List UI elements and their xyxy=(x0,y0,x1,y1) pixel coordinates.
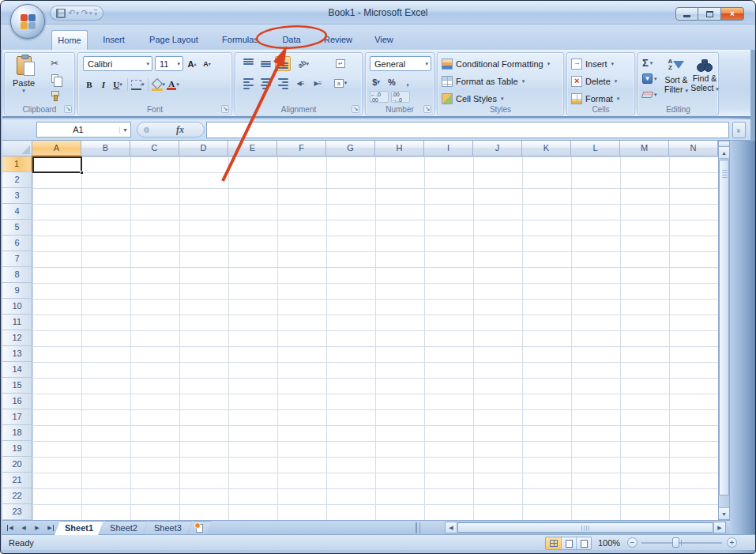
copy-button[interactable] xyxy=(43,72,66,85)
row-header-5[interactable]: 5 xyxy=(2,220,32,236)
font-dialog-launcher[interactable]: ↘ xyxy=(221,105,229,113)
accounting-format-button[interactable]: $▾ xyxy=(370,77,382,87)
scroll-down-button[interactable]: ▼ xyxy=(719,507,729,519)
page-break-view-button[interactable] xyxy=(576,537,591,549)
expand-formula-bar-button[interactable]: » xyxy=(732,122,746,138)
name-box[interactable]: A1 ▼ xyxy=(36,122,131,138)
formula-input[interactable] xyxy=(206,122,729,138)
find-select-button[interactable]: Find & Select ▾ xyxy=(690,56,719,94)
tab-split-handle[interactable] xyxy=(416,522,420,533)
italic-button[interactable]: I xyxy=(97,77,110,92)
increase-decimal-button[interactable]: ←.0 .00 xyxy=(370,91,389,103)
previous-sheet-button[interactable]: ◀ xyxy=(17,522,30,533)
number-format-select[interactable]: General▾ xyxy=(370,56,431,71)
zoom-in-button[interactable]: + xyxy=(727,537,737,548)
orientation-button[interactable]: ab▾ xyxy=(292,56,314,71)
tab-view[interactable]: View xyxy=(368,30,400,50)
zoom-slider-thumb[interactable] xyxy=(672,537,679,548)
zoom-slider-track[interactable] xyxy=(641,542,722,544)
underline-button[interactable]: U▾ xyxy=(111,77,124,92)
bold-button[interactable]: B xyxy=(83,77,96,92)
clipboard-dialog-launcher[interactable]: ↘ xyxy=(64,105,72,113)
zoom-level[interactable]: 100% xyxy=(598,538,620,548)
grow-font-button[interactable]: A▴ xyxy=(186,57,198,71)
row-header-1[interactable]: 1 xyxy=(2,156,32,172)
column-header-k[interactable]: K xyxy=(522,141,571,156)
row-header-21[interactable]: 21 xyxy=(2,473,32,488)
column-header-g[interactable]: G xyxy=(326,141,375,156)
row-header-6[interactable]: 6 xyxy=(2,236,32,251)
alignment-dialog-launcher[interactable]: ↘ xyxy=(352,105,359,113)
column-header-c[interactable]: C xyxy=(130,141,179,156)
vertical-split-handle[interactable] xyxy=(719,141,729,147)
horizontal-scrollbar[interactable]: ◀ ▶ xyxy=(445,522,726,533)
name-box-dropdown-icon[interactable]: ▼ xyxy=(119,127,130,133)
format-cells-button[interactable]: Format▾ xyxy=(571,92,619,106)
select-all-corner[interactable] xyxy=(2,141,32,156)
page-layout-view-button[interactable] xyxy=(561,537,576,549)
column-header-h[interactable]: H xyxy=(375,141,424,156)
conditional-formatting-button[interactable]: Conditional Formatting▾ xyxy=(442,57,550,71)
zoom-out-button[interactable]: − xyxy=(627,537,638,548)
grid-area[interactable] xyxy=(32,156,718,520)
align-bottom-button[interactable] xyxy=(275,56,291,71)
align-left-button[interactable] xyxy=(240,76,256,91)
column-header-j[interactable]: J xyxy=(473,141,522,156)
insert-function-button[interactable]: fx xyxy=(137,122,205,138)
column-header-b[interactable]: B xyxy=(81,141,130,156)
row-header-7[interactable]: 7 xyxy=(2,251,32,267)
sheet-tab-sheet2[interactable]: Sheet2 xyxy=(100,521,148,535)
row-header-18[interactable]: 18 xyxy=(2,425,32,441)
autosum-button[interactable]: Σ▾ xyxy=(642,57,657,69)
scroll-right-button[interactable]: ▶ xyxy=(713,522,725,533)
close-button[interactable]: × xyxy=(721,7,744,21)
row-header-14[interactable]: 14 xyxy=(2,362,32,378)
decrease-decimal-button[interactable]: .00 →.0 xyxy=(391,91,410,103)
first-sheet-button[interactable]: ◀ xyxy=(4,522,17,533)
redo-button[interactable]: ↷▾ xyxy=(81,8,92,18)
tab-review[interactable]: Review xyxy=(319,30,357,50)
insert-cells-button[interactable]: Insert▾ xyxy=(571,57,614,71)
tab-formulas[interactable]: Formulas xyxy=(218,30,262,50)
font-name-select[interactable]: Calibri▾ xyxy=(83,56,152,71)
increase-indent-button[interactable]: ▶≡ xyxy=(310,76,325,91)
column-header-e[interactable]: E xyxy=(228,141,277,156)
office-button[interactable] xyxy=(10,4,45,39)
tab-home[interactable]: Home xyxy=(51,30,88,50)
row-header-17[interactable]: 17 xyxy=(2,409,32,425)
percent-style-button[interactable]: % xyxy=(386,77,398,87)
align-center-button[interactable] xyxy=(258,76,273,91)
column-header-f[interactable]: F xyxy=(277,141,326,156)
shrink-font-button[interactable]: A▾ xyxy=(201,57,213,71)
decrease-indent-button[interactable]: ◀≡ xyxy=(292,76,308,91)
row-header-3[interactable]: 3 xyxy=(2,188,32,204)
comma-style-button[interactable]: , xyxy=(401,77,414,87)
normal-view-button[interactable] xyxy=(546,537,561,549)
row-header-4[interactable]: 4 xyxy=(2,204,32,220)
row-header-2[interactable]: 2 xyxy=(2,172,32,188)
qat-customize-button[interactable]: ▾ xyxy=(94,9,97,17)
fill-button[interactable]: ▼▾ xyxy=(642,73,657,85)
column-header-a[interactable]: A xyxy=(32,141,81,156)
align-middle-button[interactable] xyxy=(258,56,273,71)
sheet-tab-sheet3[interactable]: Sheet3 xyxy=(144,521,192,535)
row-header-13[interactable]: 13 xyxy=(2,346,32,362)
clear-button[interactable]: ▾ xyxy=(642,89,657,100)
row-header-11[interactable]: 11 xyxy=(2,315,32,330)
save-button[interactable] xyxy=(56,9,66,18)
last-sheet-button[interactable]: ▶ xyxy=(44,522,57,533)
row-header-15[interactable]: 15 xyxy=(2,378,32,394)
font-size-select[interactable]: 11▾ xyxy=(155,56,183,71)
vertical-scrollbar-thumb[interactable] xyxy=(719,160,729,496)
format-painter-button[interactable] xyxy=(43,88,66,101)
paste-button[interactable]: Paste ▾ xyxy=(9,56,38,105)
format-as-table-button[interactable]: Format as Table▾ xyxy=(442,74,525,89)
maximize-button[interactable] xyxy=(698,7,721,21)
sheet-tab-sheet1[interactable]: Sheet1 xyxy=(55,521,103,535)
minimize-button[interactable] xyxy=(675,7,698,21)
fill-color-button[interactable]: ▾ xyxy=(152,77,166,92)
vertical-scrollbar[interactable]: ▲ ▼ xyxy=(718,141,730,520)
row-header-16[interactable]: 16 xyxy=(2,394,32,409)
undo-button[interactable]: ↶▾ xyxy=(68,8,79,18)
row-header-9[interactable]: 9 xyxy=(2,283,32,299)
